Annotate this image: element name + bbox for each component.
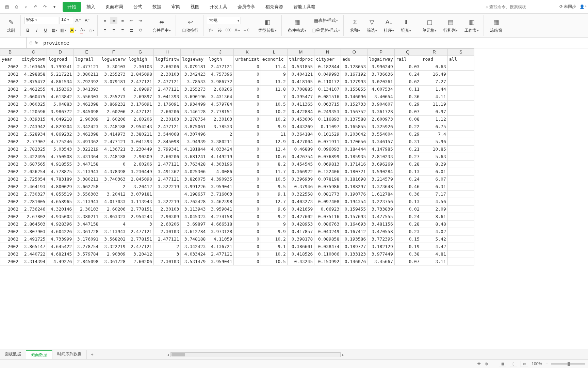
cell[interactable]: 3.414973	[100, 131, 127, 138]
cell[interactable]: 0	[234, 258, 261, 265]
cell[interactable]: 0	[234, 63, 261, 71]
cell[interactable]: 0.076899	[314, 153, 341, 160]
cell[interactable]: 2.30103	[127, 63, 153, 71]
cell[interactable]: 4.42	[421, 243, 447, 250]
cell-button[interactable]: ▢单元格▾	[420, 17, 439, 34]
cell[interactable]: 3.20412	[127, 250, 153, 258]
italic-button[interactable]: I	[33, 27, 40, 34]
cell[interactable]: 3.230449	[127, 145, 153, 153]
decrease-decimal-icon[interactable]: ←.0	[242, 27, 250, 34]
cell[interactable]: 2.90309	[153, 213, 180, 220]
cell[interactable]: 3.182129	[368, 243, 394, 250]
field-header[interactable]: economic	[261, 56, 287, 63]
cell[interactable]: 0.07	[394, 258, 421, 265]
cell[interactable]: 3.278754	[181, 116, 207, 123]
field-header[interactable]: edu	[341, 56, 368, 63]
cell[interactable]: 3.662758	[74, 183, 100, 190]
cell[interactable]: 3.986772	[47, 108, 74, 116]
cell[interactable]: 3.477555	[368, 213, 394, 220]
sheet-tab-1[interactable]: 截面数据	[26, 350, 52, 359]
cell[interactable]: 4.49276	[47, 258, 74, 265]
cell[interactable]: 0.038474	[314, 243, 341, 250]
cell[interactable]: 4.007534	[368, 86, 394, 93]
cell[interactable]: 2.464193	[20, 183, 47, 190]
cell[interactable]: 2.845098	[74, 108, 100, 116]
col-header-O[interactable]: O	[341, 49, 368, 56]
cell[interactable]: 2002	[0, 131, 20, 138]
center-icon[interactable]: ⊕	[485, 362, 488, 366]
cell[interactable]: 0.15	[394, 235, 421, 243]
spreadsheet-grid[interactable]: BCDEFGHIJKLMNOPQRSyearcitybtownlogroadlo…	[0, 48, 588, 350]
cell[interactable]: 0	[234, 235, 261, 243]
sync-status[interactable]: ⟳ 未同步	[559, 4, 576, 10]
col-header-R[interactable]: R	[421, 49, 447, 56]
cell[interactable]: 0	[234, 250, 261, 258]
col-header-C[interactable]: C	[20, 49, 47, 56]
cell[interactable]: 7.27	[421, 78, 447, 86]
cell[interactable]: 4.158363	[47, 86, 74, 93]
cell[interactable]: 3.977449	[368, 250, 394, 258]
formula-input[interactable]: provience	[40, 40, 588, 46]
cell[interactable]: 3.447158	[74, 220, 100, 228]
cell[interactable]: 3.481156	[368, 220, 394, 228]
cell[interactable]	[447, 190, 474, 198]
cell[interactable]: 2.90309	[127, 153, 153, 160]
cell[interactable]: 0.081516	[314, 93, 341, 101]
cell[interactable]: 3.690196	[181, 93, 207, 101]
cell[interactable]: 9.1	[261, 243, 287, 250]
redo-icon[interactable]: ↷	[42, 3, 48, 10]
col-header-H[interactable]: H	[153, 49, 180, 56]
cell[interactable]: 2.67802	[20, 213, 47, 220]
cell[interactable]: 5.63	[421, 153, 447, 160]
comma-icon[interactable]: 000	[225, 27, 232, 34]
rowcol-button[interactable]: ▤行和列▾	[441, 17, 460, 34]
cell[interactable]: 2.281005	[20, 198, 47, 205]
cell[interactable]: 2.778151	[207, 108, 234, 116]
cell[interactable]	[447, 86, 474, 93]
cell[interactable]: 3.544068	[153, 131, 180, 138]
cell[interactable]: 11.19	[421, 101, 447, 108]
cell[interactable]: 0.11	[394, 86, 421, 93]
cell[interactable]: 0.21	[394, 145, 421, 153]
cell[interactable]	[447, 235, 474, 243]
cell[interactable]: 0	[234, 116, 261, 123]
cell[interactable]: 0.19	[394, 243, 421, 250]
cell[interactable]: 4.935003	[47, 213, 74, 220]
cell[interactable]: 0.427004	[287, 138, 314, 145]
cell[interactable]: 0.134107	[314, 86, 341, 93]
cell[interactable]: 0.185935	[341, 153, 368, 160]
dash-icon[interactable]: —	[491, 362, 495, 366]
cell[interactable]: 3.763428	[181, 160, 207, 168]
cell[interactable]: 0.181698	[341, 175, 368, 183]
cell[interactable]: 3.322219	[153, 198, 180, 205]
cell[interactable]: 0.164693	[341, 220, 368, 228]
cell[interactable]: 4.918555	[47, 160, 74, 168]
fill-button[interactable]: ⬇填充▾	[398, 17, 414, 34]
cell[interactable]: 3.991226	[181, 183, 207, 190]
cell[interactable]: 0.249353	[314, 108, 341, 116]
menu-tab-5[interactable]: 审阅	[167, 2, 185, 12]
cell[interactable]: 2002	[0, 78, 20, 86]
cell[interactable]: 3.959041	[207, 183, 234, 190]
cell[interactable]: 2.60206	[153, 108, 180, 116]
cell[interactable]: 4.136721	[207, 243, 234, 250]
cell[interactable]: 11.7	[261, 168, 287, 175]
cell[interactable]: 2.60206	[207, 86, 234, 93]
cell[interactable]: 4.0086	[207, 168, 234, 175]
cell[interactable]: 4	[100, 220, 127, 228]
cell[interactable]: 2.730327	[20, 190, 47, 198]
cell[interactable]: 3.869232	[100, 101, 127, 108]
fx-icon[interactable]: fx	[35, 41, 38, 45]
cell[interactable]: 3.996249	[368, 63, 394, 71]
borders-button[interactable]: ▦▾	[51, 27, 58, 34]
cell[interactable]: 3.462398	[74, 131, 100, 138]
cell[interactable]: 2.743942	[20, 123, 47, 131]
menu-tab-6[interactable]: 视图	[186, 2, 204, 12]
cell[interactable]: 3.041393	[127, 138, 153, 145]
cell[interactable]: 2.440722	[20, 250, 47, 258]
cell[interactable]: 2	[207, 131, 234, 138]
cell[interactable]: 3.113943	[100, 228, 127, 235]
field-header[interactable]: year	[0, 56, 20, 63]
cell[interactable]: 3.959041	[207, 258, 234, 265]
cell[interactable]	[447, 175, 474, 183]
